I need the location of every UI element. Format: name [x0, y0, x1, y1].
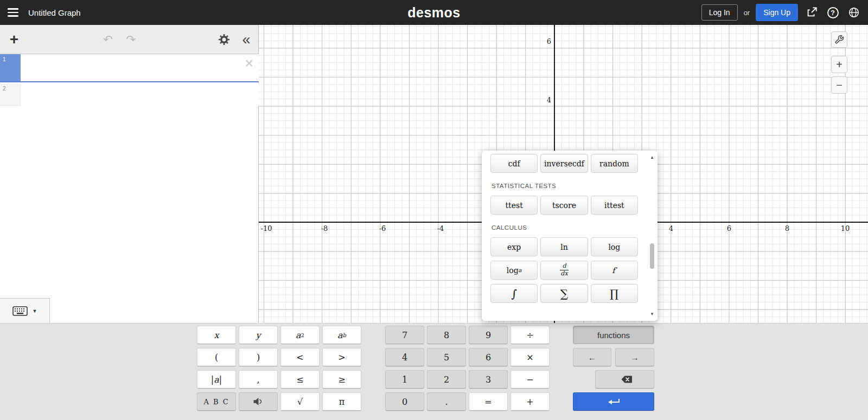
key-y[interactable]: y — [239, 326, 278, 344]
key-greater-than[interactable]: > — [322, 348, 361, 366]
chevron-down-icon: ▼ — [33, 308, 37, 314]
scrollbar-thumb[interactable] — [650, 243, 654, 269]
key-a-squared[interactable]: a2 — [280, 326, 320, 344]
undo-button[interactable]: ↶ — [99, 31, 117, 48]
expression-number-badge[interactable]: 1 — [0, 54, 21, 81]
ttest-button[interactable]: ttest — [490, 196, 538, 215]
main-menu-button[interactable] — [2, 0, 24, 25]
help-button[interactable]: ? — [825, 5, 840, 20]
cursor-right-key[interactable]: → — [615, 348, 654, 366]
key-7[interactable]: 7 — [385, 326, 424, 344]
gear-icon — [218, 34, 230, 46]
key-0[interactable]: 0 — [385, 392, 424, 411]
key-equals[interactable]: = — [469, 392, 508, 411]
expression-input[interactable]: × — [21, 54, 259, 81]
desmos-logo: desmos — [407, 5, 460, 21]
ittest-button[interactable]: ittest — [591, 196, 638, 215]
x-tick-label: -6 — [379, 224, 386, 232]
key-divide[interactable]: ÷ — [510, 326, 550, 344]
log-base-a-button[interactable]: loga — [490, 261, 538, 280]
keyboard-toggle-button[interactable]: ▼ — [0, 298, 50, 323]
key-x[interactable]: x — [197, 326, 236, 344]
key-decimal[interactable]: . — [427, 392, 466, 411]
zoom-in-button[interactable]: + — [831, 56, 847, 73]
x-tick-label: -8 — [321, 224, 328, 232]
language-button[interactable] — [846, 5, 861, 20]
key-minus[interactable]: − — [510, 370, 550, 389]
key-5[interactable]: 5 — [427, 348, 466, 366]
key-less-than[interactable]: < — [280, 348, 320, 366]
expression-toolbar: + ↶ ↷ « — [0, 25, 258, 54]
derivative-button[interactable]: ddx — [540, 261, 588, 280]
key-6[interactable]: 6 — [469, 348, 508, 366]
key-2[interactable]: 2 — [427, 370, 466, 389]
key-9[interactable]: 9 — [469, 326, 508, 344]
key-sqrt[interactable]: √ — [280, 392, 320, 411]
clear-expression-button[interactable]: × — [245, 56, 253, 71]
log-button[interactable]: log — [591, 237, 638, 256]
exp-button[interactable]: exp — [490, 237, 538, 256]
ln-button[interactable]: ln — [540, 237, 588, 256]
topbar-actions: Log In or Sign Up ? — [701, 0, 861, 25]
sign-up-button[interactable]: Sign Up — [756, 4, 798, 21]
integral-button[interactable]: ∫ — [490, 284, 538, 303]
edit-list-button[interactable] — [217, 33, 231, 46]
f-prime-button[interactable]: f′ — [591, 261, 638, 280]
backspace-icon — [617, 374, 633, 384]
x-tick-label: 4 — [669, 224, 673, 232]
key-audio[interactable] — [239, 392, 278, 411]
popup-scrollbar[interactable]: ▲ ▼ — [648, 153, 656, 319]
key-greater-equal[interactable]: ≥ — [322, 370, 361, 389]
log-in-button[interactable]: Log In — [701, 4, 738, 21]
key-1[interactable]: 1 — [385, 370, 424, 389]
speaker-icon — [253, 397, 264, 406]
share-icon — [806, 7, 818, 18]
key-abc[interactable]: A B C — [197, 392, 236, 411]
key-3[interactable]: 3 — [469, 370, 508, 389]
key-right-paren[interactable]: ) — [239, 348, 278, 366]
y-tick-label: 6 — [533, 37, 551, 46]
desmos-app: Untitled Graph desmos Log In or Sign Up … — [0, 0, 868, 420]
graph-settings-button[interactable] — [831, 31, 847, 48]
keypad-numbers-group: 7 8 9 ÷ 4 5 6 × 1 2 3 − 0 . = + — [385, 326, 550, 411]
scroll-down-icon[interactable]: ▼ — [648, 312, 656, 316]
summation-button[interactable]: ∑ — [540, 284, 588, 303]
functions-popup: cdf inversecdf random STATISTICAL TESTS … — [482, 151, 658, 321]
key-4[interactable]: 4 — [385, 348, 424, 366]
tscore-button[interactable]: tscore — [540, 196, 588, 215]
key-comma[interactable]: , — [239, 370, 278, 389]
expression-panel: + ↶ ↷ « 1 × 2 ▼ — [0, 25, 259, 323]
keypad-symbols-group: x y a2 ab ( ) < > |a| , ≤ ≥ A B C √ π — [197, 326, 361, 411]
key-absolute-value[interactable]: |a| — [197, 370, 236, 389]
inversecdf-button[interactable]: inversecdf — [540, 154, 588, 173]
keypad-actions-group: functions ← → — [573, 326, 654, 411]
random-button[interactable]: random — [591, 154, 638, 173]
key-plus[interactable]: + — [510, 392, 550, 411]
functions-key[interactable]: functions — [573, 326, 654, 344]
key-8[interactable]: 8 — [427, 326, 466, 344]
onscreen-keypad: x y a2 ab ( ) < > |a| , ≤ ≥ A B C √ π 7 … — [0, 323, 868, 420]
expression-number-badge[interactable]: 2 — [0, 83, 21, 106]
top-bar: Untitled Graph desmos Log In or Sign Up … — [0, 0, 868, 25]
product-button[interactable]: ∏ — [591, 284, 638, 303]
expression-row-2: 2 — [0, 83, 259, 106]
share-button[interactable] — [804, 5, 819, 20]
cdf-button[interactable]: cdf — [490, 154, 538, 173]
collapse-panel-button[interactable]: « — [239, 30, 254, 49]
key-less-equal[interactable]: ≤ — [280, 370, 320, 389]
backspace-key[interactable] — [595, 370, 654, 389]
cursor-left-key[interactable]: ← — [573, 348, 611, 366]
expression-input[interactable] — [21, 83, 259, 106]
wrench-icon — [834, 35, 844, 44]
key-a-power-b[interactable]: ab — [322, 326, 361, 344]
scroll-up-icon[interactable]: ▲ — [648, 155, 656, 160]
add-expression-button[interactable]: + — [4, 30, 24, 49]
zoom-out-button[interactable]: − — [831, 76, 847, 94]
key-pi[interactable]: π — [322, 392, 361, 411]
key-left-paren[interactable]: ( — [197, 348, 236, 366]
x-tick-label: 8 — [785, 224, 789, 232]
enter-key[interactable] — [573, 392, 654, 411]
key-multiply[interactable]: × — [510, 348, 550, 366]
graph-title[interactable]: Untitled Graph — [28, 8, 81, 17]
redo-button[interactable]: ↷ — [122, 31, 139, 48]
